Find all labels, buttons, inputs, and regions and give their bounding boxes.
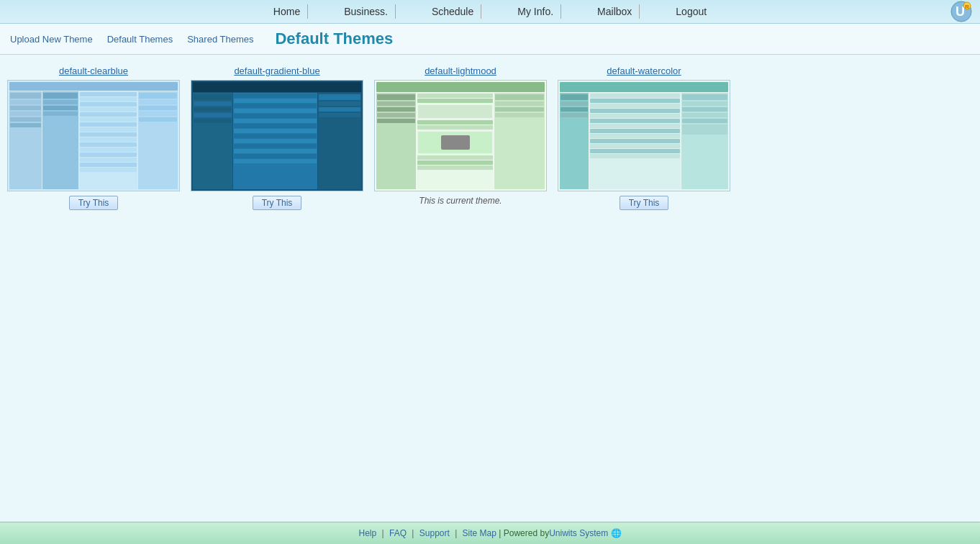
nav-myinfo[interactable]: My Info. (510, 4, 561, 19)
footer: Help | FAQ | Support | Site Map | Powere… (0, 522, 980, 544)
try-this-clearblue[interactable]: Try This (69, 196, 119, 210)
theme-card-watercolor: default-watercolor (558, 65, 730, 210)
preview-canvas-lightmood (375, 81, 546, 191)
cb-right (138, 91, 178, 189)
nav-mailbox[interactable]: Mailbox (590, 4, 640, 19)
svg-text:R: R (965, 4, 969, 10)
cb-center (79, 91, 137, 189)
cb-header (9, 82, 178, 91)
tab-upload-new-theme[interactable]: Upload New Theme (7, 32, 96, 46)
tab-shared-themes[interactable]: Shared Themes (184, 32, 256, 46)
footer-sep-2: | (412, 528, 416, 538)
gb-left (193, 93, 232, 189)
footer-system[interactable]: Uniwits System (549, 528, 608, 538)
themes-row: default-clearblue (7, 65, 973, 210)
footer-faq[interactable]: FAQ (389, 528, 407, 538)
lm-right (494, 93, 545, 189)
theme-name-lightmood[interactable]: default-lightmood (425, 65, 496, 76)
footer-powered-text: | Powered by (499, 528, 549, 538)
lm-left (376, 93, 416, 189)
gb-center (233, 93, 317, 189)
cb-left (9, 91, 42, 189)
footer-help[interactable]: Help (358, 528, 376, 538)
theme-card-lightmood: default-lightmood (374, 65, 547, 206)
theme-name-gradient-blue[interactable]: default-gradient-blue (234, 65, 319, 76)
theme-preview-lightmood (374, 80, 547, 191)
current-theme-label: This is current theme. (419, 196, 502, 206)
wc-header (560, 82, 728, 92)
theme-preview-gradient-blue (191, 80, 363, 191)
wc-left (560, 93, 589, 189)
main-nav: Home Business. Schedule My Info. Mailbox… (266, 4, 714, 19)
wc-right (681, 93, 728, 189)
preview-canvas-watercolor (558, 81, 730, 191)
logo: U R (950, 0, 973, 23)
footer-sitemap[interactable]: Site Map (463, 528, 496, 538)
lm-center (417, 93, 494, 189)
footer-sep-3: | (455, 528, 459, 538)
theme-preview-watercolor (558, 80, 730, 191)
nav-schedule[interactable]: Schedule (425, 4, 481, 19)
theme-preview-clearblue (7, 80, 180, 191)
page-title: Default Themes (275, 30, 393, 48)
try-this-gradient-blue[interactable]: Try This (253, 196, 302, 210)
nav-logout[interactable]: Logout (668, 4, 714, 19)
theme-name-watercolor[interactable]: default-watercolor (607, 65, 681, 76)
nav-home[interactable]: Home (266, 4, 308, 19)
gb-right (318, 93, 361, 189)
lm-header (376, 82, 545, 92)
main-content: default-clearblue (0, 55, 980, 522)
try-this-watercolor[interactable]: Try This (620, 196, 669, 210)
tab-bar: Upload New Theme Default Themes Shared T… (0, 24, 980, 55)
gb-header (193, 82, 361, 92)
footer-globe-icon: 🌐 (611, 528, 622, 538)
header: Home Business. Schedule My Info. Mailbox… (0, 0, 980, 24)
theme-card-clearblue: default-clearblue (7, 65, 180, 210)
theme-name-clearblue[interactable]: default-clearblue (59, 65, 128, 76)
footer-sep-1: | (382, 528, 386, 538)
tab-default-themes[interactable]: Default Themes (104, 32, 176, 46)
preview-canvas-clearblue (8, 81, 179, 191)
preview-canvas-gradient-blue (191, 81, 363, 191)
wc-center (589, 93, 681, 189)
nav-business[interactable]: Business. (337, 4, 396, 19)
footer-support[interactable]: Support (419, 528, 450, 538)
cb-left2 (42, 91, 78, 189)
theme-card-gradient-blue: default-gradient-blue (191, 65, 363, 210)
